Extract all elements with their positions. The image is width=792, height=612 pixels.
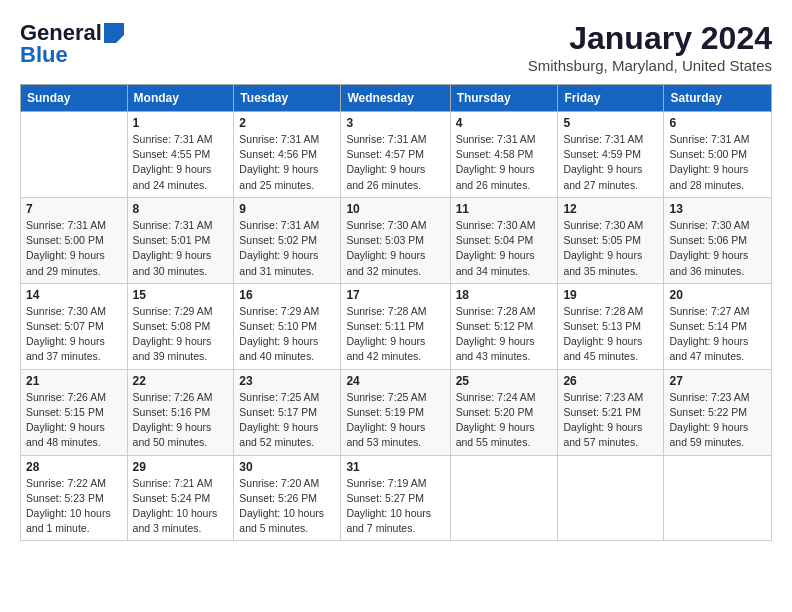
day-number: 23 xyxy=(239,374,335,388)
day-number: 30 xyxy=(239,460,335,474)
calendar-cell: 30Sunrise: 7:20 AMSunset: 5:26 PMDayligh… xyxy=(234,455,341,541)
day-number: 6 xyxy=(669,116,766,130)
calendar-cell: 29Sunrise: 7:21 AMSunset: 5:24 PMDayligh… xyxy=(127,455,234,541)
logo: General Blue xyxy=(20,20,124,68)
day-number: 20 xyxy=(669,288,766,302)
day-number: 28 xyxy=(26,460,122,474)
calendar-cell: 15Sunrise: 7:29 AMSunset: 5:08 PMDayligh… xyxy=(127,283,234,369)
day-number: 29 xyxy=(133,460,229,474)
calendar-cell: 9Sunrise: 7:31 AMSunset: 5:02 PMDaylight… xyxy=(234,197,341,283)
col-sunday: Sunday xyxy=(21,85,128,112)
logo-icon xyxy=(104,23,124,43)
calendar-cell xyxy=(21,112,128,198)
calendar-cell: 25Sunrise: 7:24 AMSunset: 5:20 PMDayligh… xyxy=(450,369,558,455)
calendar-table: Sunday Monday Tuesday Wednesday Thursday… xyxy=(20,84,772,541)
day-info: Sunrise: 7:28 AMSunset: 5:11 PMDaylight:… xyxy=(346,304,444,365)
col-thursday: Thursday xyxy=(450,85,558,112)
calendar-cell: 24Sunrise: 7:25 AMSunset: 5:19 PMDayligh… xyxy=(341,369,450,455)
calendar-cell: 13Sunrise: 7:30 AMSunset: 5:06 PMDayligh… xyxy=(664,197,772,283)
calendar-cell: 21Sunrise: 7:26 AMSunset: 5:15 PMDayligh… xyxy=(21,369,128,455)
calendar-cell: 20Sunrise: 7:27 AMSunset: 5:14 PMDayligh… xyxy=(664,283,772,369)
calendar-cell: 14Sunrise: 7:30 AMSunset: 5:07 PMDayligh… xyxy=(21,283,128,369)
calendar-cell: 23Sunrise: 7:25 AMSunset: 5:17 PMDayligh… xyxy=(234,369,341,455)
calendar-cell: 8Sunrise: 7:31 AMSunset: 5:01 PMDaylight… xyxy=(127,197,234,283)
calendar-cell: 12Sunrise: 7:30 AMSunset: 5:05 PMDayligh… xyxy=(558,197,664,283)
day-info: Sunrise: 7:30 AMSunset: 5:03 PMDaylight:… xyxy=(346,218,444,279)
day-info: Sunrise: 7:22 AMSunset: 5:23 PMDaylight:… xyxy=(26,476,122,537)
day-info: Sunrise: 7:31 AMSunset: 4:58 PMDaylight:… xyxy=(456,132,553,193)
calendar-cell: 28Sunrise: 7:22 AMSunset: 5:23 PMDayligh… xyxy=(21,455,128,541)
day-number: 10 xyxy=(346,202,444,216)
day-number: 25 xyxy=(456,374,553,388)
day-number: 5 xyxy=(563,116,658,130)
day-info: Sunrise: 7:31 AMSunset: 5:01 PMDaylight:… xyxy=(133,218,229,279)
day-info: Sunrise: 7:29 AMSunset: 5:08 PMDaylight:… xyxy=(133,304,229,365)
day-number: 17 xyxy=(346,288,444,302)
day-info: Sunrise: 7:25 AMSunset: 5:19 PMDaylight:… xyxy=(346,390,444,451)
day-number: 8 xyxy=(133,202,229,216)
day-info: Sunrise: 7:21 AMSunset: 5:24 PMDaylight:… xyxy=(133,476,229,537)
calendar-cell: 11Sunrise: 7:30 AMSunset: 5:04 PMDayligh… xyxy=(450,197,558,283)
svg-marker-0 xyxy=(104,23,124,43)
calendar-cell: 10Sunrise: 7:30 AMSunset: 5:03 PMDayligh… xyxy=(341,197,450,283)
day-info: Sunrise: 7:30 AMSunset: 5:07 PMDaylight:… xyxy=(26,304,122,365)
day-info: Sunrise: 7:29 AMSunset: 5:10 PMDaylight:… xyxy=(239,304,335,365)
col-monday: Monday xyxy=(127,85,234,112)
day-info: Sunrise: 7:31 AMSunset: 5:02 PMDaylight:… xyxy=(239,218,335,279)
page-header: General Blue January 2024 Smithsburg, Ma… xyxy=(20,20,772,74)
calendar-cell: 1Sunrise: 7:31 AMSunset: 4:55 PMDaylight… xyxy=(127,112,234,198)
day-info: Sunrise: 7:19 AMSunset: 5:27 PMDaylight:… xyxy=(346,476,444,537)
day-info: Sunrise: 7:28 AMSunset: 5:12 PMDaylight:… xyxy=(456,304,553,365)
col-tuesday: Tuesday xyxy=(234,85,341,112)
calendar-cell: 19Sunrise: 7:28 AMSunset: 5:13 PMDayligh… xyxy=(558,283,664,369)
day-info: Sunrise: 7:24 AMSunset: 5:20 PMDaylight:… xyxy=(456,390,553,451)
day-number: 22 xyxy=(133,374,229,388)
day-info: Sunrise: 7:31 AMSunset: 4:56 PMDaylight:… xyxy=(239,132,335,193)
day-info: Sunrise: 7:26 AMSunset: 5:15 PMDaylight:… xyxy=(26,390,122,451)
calendar-cell: 4Sunrise: 7:31 AMSunset: 4:58 PMDaylight… xyxy=(450,112,558,198)
calendar-cell xyxy=(558,455,664,541)
day-number: 11 xyxy=(456,202,553,216)
calendar-cell xyxy=(664,455,772,541)
day-number: 27 xyxy=(669,374,766,388)
day-info: Sunrise: 7:25 AMSunset: 5:17 PMDaylight:… xyxy=(239,390,335,451)
day-info: Sunrise: 7:30 AMSunset: 5:06 PMDaylight:… xyxy=(669,218,766,279)
calendar-cell: 5Sunrise: 7:31 AMSunset: 4:59 PMDaylight… xyxy=(558,112,664,198)
calendar-cell: 18Sunrise: 7:28 AMSunset: 5:12 PMDayligh… xyxy=(450,283,558,369)
logo-blue-text: Blue xyxy=(20,42,68,68)
day-number: 31 xyxy=(346,460,444,474)
day-info: Sunrise: 7:31 AMSunset: 5:00 PMDaylight:… xyxy=(669,132,766,193)
day-number: 1 xyxy=(133,116,229,130)
calendar-cell: 3Sunrise: 7:31 AMSunset: 4:57 PMDaylight… xyxy=(341,112,450,198)
col-saturday: Saturday xyxy=(664,85,772,112)
day-info: Sunrise: 7:27 AMSunset: 5:14 PMDaylight:… xyxy=(669,304,766,365)
day-info: Sunrise: 7:23 AMSunset: 5:22 PMDaylight:… xyxy=(669,390,766,451)
day-info: Sunrise: 7:31 AMSunset: 4:57 PMDaylight:… xyxy=(346,132,444,193)
day-number: 15 xyxy=(133,288,229,302)
day-number: 14 xyxy=(26,288,122,302)
day-number: 2 xyxy=(239,116,335,130)
calendar-cell: 31Sunrise: 7:19 AMSunset: 5:27 PMDayligh… xyxy=(341,455,450,541)
calendar-cell: 27Sunrise: 7:23 AMSunset: 5:22 PMDayligh… xyxy=(664,369,772,455)
day-number: 21 xyxy=(26,374,122,388)
day-number: 13 xyxy=(669,202,766,216)
calendar-cell xyxy=(450,455,558,541)
day-number: 19 xyxy=(563,288,658,302)
calendar-week-row: 7Sunrise: 7:31 AMSunset: 5:00 PMDaylight… xyxy=(21,197,772,283)
day-info: Sunrise: 7:31 AMSunset: 4:55 PMDaylight:… xyxy=(133,132,229,193)
calendar-cell: 17Sunrise: 7:28 AMSunset: 5:11 PMDayligh… xyxy=(341,283,450,369)
title-block: January 2024 Smithsburg, Maryland, Unite… xyxy=(528,20,772,74)
page-title: January 2024 xyxy=(528,20,772,57)
day-info: Sunrise: 7:30 AMSunset: 5:04 PMDaylight:… xyxy=(456,218,553,279)
col-friday: Friday xyxy=(558,85,664,112)
day-info: Sunrise: 7:31 AMSunset: 5:00 PMDaylight:… xyxy=(26,218,122,279)
calendar-header-row: Sunday Monday Tuesday Wednesday Thursday… xyxy=(21,85,772,112)
calendar-cell: 22Sunrise: 7:26 AMSunset: 5:16 PMDayligh… xyxy=(127,369,234,455)
calendar-week-row: 14Sunrise: 7:30 AMSunset: 5:07 PMDayligh… xyxy=(21,283,772,369)
page-subtitle: Smithsburg, Maryland, United States xyxy=(528,57,772,74)
day-number: 3 xyxy=(346,116,444,130)
calendar-cell: 2Sunrise: 7:31 AMSunset: 4:56 PMDaylight… xyxy=(234,112,341,198)
col-wednesday: Wednesday xyxy=(341,85,450,112)
day-number: 16 xyxy=(239,288,335,302)
day-number: 7 xyxy=(26,202,122,216)
